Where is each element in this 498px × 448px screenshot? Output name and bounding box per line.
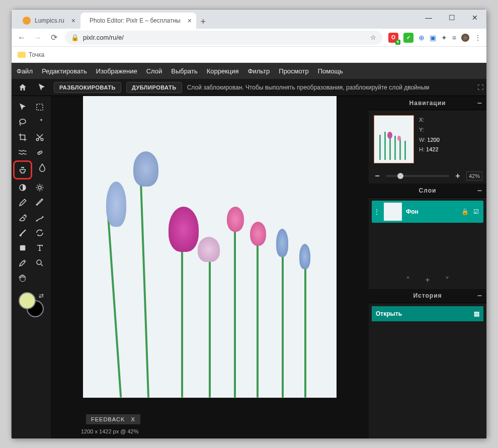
brush-tool[interactable] — [33, 196, 47, 210]
zoom-out-button[interactable]: − — [373, 171, 382, 181]
new-tab-button[interactable]: + — [196, 15, 210, 29]
ext-box-icon[interactable]: ▣ — [430, 34, 436, 42]
color-swatch[interactable]: ⇄ — [19, 292, 44, 317]
history-item[interactable]: Открыть ▤ — [372, 306, 483, 321]
add-layer-icon[interactable]: + — [425, 276, 430, 285]
menu-adjust[interactable]: Коррекция — [207, 67, 239, 75]
close-tab-icon[interactable]: × — [188, 17, 192, 25]
star-icon[interactable]: ☆ — [370, 34, 376, 41]
minimize-button[interactable]: — — [417, 10, 440, 26]
heal-tool[interactable] — [33, 145, 47, 159]
marquee-tool[interactable] — [33, 100, 47, 114]
svg-rect-9 — [20, 245, 26, 251]
forward-button[interactable]: → — [33, 33, 43, 42]
ext-check-icon[interactable]: ✓ — [403, 33, 413, 43]
menu-filter[interactable]: Фильтр — [248, 67, 270, 75]
pen-tool[interactable] — [16, 196, 30, 210]
menu-edit[interactable]: Редактировать — [42, 67, 87, 75]
blur-tool[interactable] — [35, 160, 49, 174]
layer-thumbnail[interactable] — [384, 203, 402, 221]
picker-tool[interactable] — [16, 256, 30, 270]
menu-file[interactable]: Файл — [17, 67, 33, 75]
browser-window: — ☐ ✕ Lumpics.ru × Photo Editor: Pixlr E… — [11, 9, 487, 439]
hand-tool[interactable] — [16, 271, 30, 285]
canvas[interactable] — [83, 96, 337, 398]
clone-tool[interactable] — [16, 163, 30, 177]
collapse-icon[interactable]: – — [477, 99, 482, 108]
bookmark-item[interactable]: Точка — [29, 51, 44, 58]
arrow-tool[interactable] — [16, 100, 30, 114]
text-tool[interactable] — [33, 241, 47, 255]
reload-button[interactable]: ⟳ — [49, 33, 59, 42]
zoom-in-button[interactable]: + — [453, 171, 462, 181]
zoom-slider[interactable] — [386, 175, 449, 177]
lasso-tool[interactable] — [16, 115, 30, 129]
pointer-icon[interactable] — [35, 80, 49, 95]
sponge-tool[interactable] — [33, 181, 47, 195]
cut-tool[interactable] — [33, 130, 47, 144]
dodge-tool[interactable] — [16, 181, 30, 195]
close-window-button[interactable]: ✕ — [463, 10, 486, 26]
menu-image[interactable]: Изображение — [96, 67, 137, 75]
url-input[interactable]: 🔒 pixlr.com/ru/e/ ☆ — [65, 31, 382, 45]
drag-handle-icon[interactable]: ⋮ — [374, 208, 380, 215]
eraser-tool[interactable] — [16, 211, 30, 225]
zoom-knob[interactable] — [397, 173, 403, 179]
back-button[interactable]: ← — [17, 33, 27, 42]
close-tab-icon[interactable]: × — [71, 17, 75, 25]
gradient-tool[interactable] — [16, 226, 30, 240]
fullscreen-icon[interactable]: ⛶ — [477, 84, 483, 91]
history-action-icon[interactable]: ▤ — [474, 310, 479, 317]
menu-view[interactable]: Просмотр — [279, 67, 308, 75]
home-icon[interactable] — [16, 80, 30, 95]
ext-adblock-icon[interactable]: O5 — [388, 33, 398, 43]
canvas-area[interactable]: FEEDBACK X 1200 x 1422 px @ 42% — [51, 96, 369, 438]
history-panel-header[interactable]: История– — [369, 289, 486, 303]
feedback-close[interactable]: X — [131, 416, 135, 422]
replace-color-tool[interactable] — [33, 226, 47, 240]
nav-panel-header[interactable]: Навигации– — [369, 96, 486, 110]
layer-item[interactable]: ⋮ Фон 🔒 ☑ — [372, 201, 483, 223]
liquify-tool[interactable] — [16, 145, 30, 159]
layers-panel-header[interactable]: Слои– — [369, 184, 486, 198]
collapse-icon[interactable]: – — [477, 291, 482, 300]
menu-layer[interactable]: Слой — [146, 67, 162, 75]
nav-panel: X: Y: W: 1200 H: 1422 — [369, 110, 486, 168]
maximize-button[interactable]: ☐ — [440, 10, 463, 26]
crop-tool[interactable] — [16, 130, 30, 144]
toolbox: ⇄ — [12, 96, 51, 438]
extensions-icon[interactable]: ✦ — [441, 34, 447, 42]
layer-down-icon[interactable]: ˅ — [445, 276, 449, 285]
fill-tool[interactable] — [33, 211, 47, 225]
unlock-button[interactable]: РАЗБЛОКИРОВАТЬ — [54, 82, 121, 93]
svg-point-6 — [38, 186, 41, 189]
layer-up-icon[interactable]: ˄ — [406, 276, 410, 285]
menu-help[interactable]: Помощь — [318, 67, 343, 75]
tab-label: Photo Editor: Pixlr E – бесплатны — [90, 17, 181, 24]
wand-tool[interactable] — [33, 115, 47, 129]
feedback-widget[interactable]: FEEDBACK X — [86, 414, 140, 424]
collapse-icon[interactable]: – — [477, 186, 482, 195]
foreground-color[interactable] — [19, 292, 36, 309]
right-panels: Навигации– X: Y: W — [369, 96, 486, 438]
folder-icon — [18, 52, 26, 58]
swap-colors-icon[interactable]: ⇄ — [39, 292, 44, 299]
clone-tool-highlight — [13, 160, 32, 180]
ext-globe-icon[interactable]: ⊕ — [419, 34, 425, 42]
layers-list: ⋮ Фон 🔒 ☑ — [369, 198, 486, 226]
lock-icon[interactable]: 🔒 — [461, 208, 469, 215]
lock-icon: 🔒 — [71, 34, 79, 41]
profile-avatar[interactable] — [461, 34, 469, 42]
tab-lumpics[interactable]: Lumpics.ru × — [18, 13, 80, 29]
menu-select[interactable]: Выбрать — [171, 67, 197, 75]
zoom-tool[interactable] — [33, 256, 47, 270]
zoom-value[interactable]: 42% — [466, 171, 482, 181]
visibility-icon[interactable]: ☑ — [473, 208, 481, 215]
nav-thumbnail[interactable] — [374, 115, 414, 163]
duplicate-button[interactable]: ДУБЛИРОВАТЬ — [126, 82, 182, 93]
menu-icon[interactable]: ⋮ — [474, 34, 481, 42]
tab-pixlr[interactable]: Photo Editor: Pixlr E – бесплатны × — [80, 13, 196, 29]
shape-tool[interactable] — [16, 241, 30, 255]
address-bar: ← → ⟳ 🔒 pixlr.com/ru/e/ ☆ O5 ✓ ⊕ ▣ ✦ ≡ ⋮ — [12, 29, 486, 47]
ext-list-icon[interactable]: ≡ — [452, 34, 456, 42]
